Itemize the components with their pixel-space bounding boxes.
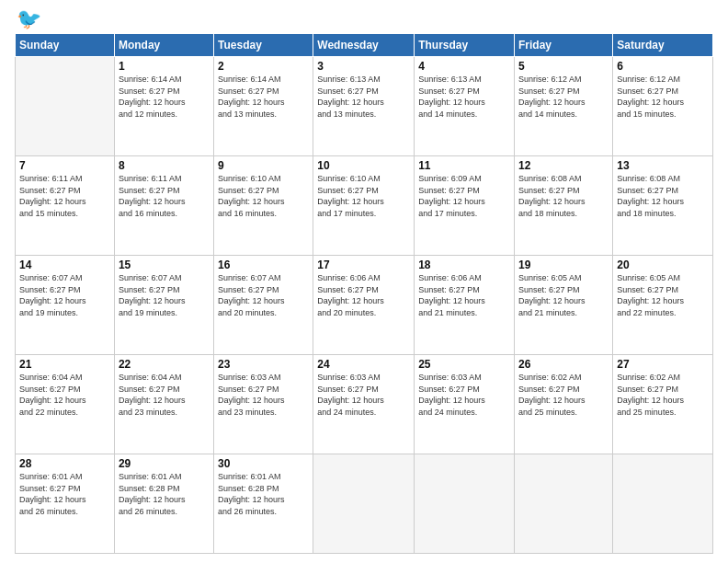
day-info: Sunrise: 6:04 AM Sunset: 6:27 PM Dayligh… xyxy=(19,372,110,418)
calendar-cell: 29Sunrise: 6:01 AM Sunset: 6:28 PM Dayli… xyxy=(114,454,213,554)
calendar-cell: 27Sunrise: 6:02 AM Sunset: 6:27 PM Dayli… xyxy=(613,355,713,454)
day-number: 7 xyxy=(19,159,110,172)
calendar-cell: 18Sunrise: 6:06 AM Sunset: 6:27 PM Dayli… xyxy=(415,256,515,355)
calendar-cell: 16Sunrise: 6:07 AM Sunset: 6:27 PM Dayli… xyxy=(214,256,313,355)
calendar-cell: 2Sunrise: 6:14 AM Sunset: 6:27 PM Daylig… xyxy=(214,57,313,156)
day-number: 25 xyxy=(418,358,510,371)
calendar-cell: 10Sunrise: 6:10 AM Sunset: 6:27 PM Dayli… xyxy=(313,156,415,256)
calendar-header-thursday: Thursday xyxy=(415,34,515,57)
calendar-cell xyxy=(613,454,713,554)
calendar-cell: 17Sunrise: 6:06 AM Sunset: 6:27 PM Dayli… xyxy=(313,256,415,355)
day-number: 13 xyxy=(617,159,709,172)
calendar-header-saturday: Saturday xyxy=(613,34,713,57)
calendar-week-2: 7Sunrise: 6:11 AM Sunset: 6:27 PM Daylig… xyxy=(16,156,713,256)
day-info: Sunrise: 6:07 AM Sunset: 6:27 PM Dayligh… xyxy=(119,272,210,318)
day-number: 2 xyxy=(218,60,309,73)
calendar-cell xyxy=(16,57,115,156)
day-info: Sunrise: 6:10 AM Sunset: 6:27 PM Dayligh… xyxy=(218,173,309,219)
calendar-cell: 12Sunrise: 6:08 AM Sunset: 6:27 PM Dayli… xyxy=(515,156,613,256)
day-number: 19 xyxy=(518,259,609,271)
day-number: 3 xyxy=(317,60,410,73)
calendar-cell: 7Sunrise: 6:11 AM Sunset: 6:27 PM Daylig… xyxy=(16,156,115,256)
calendar-cell: 8Sunrise: 6:11 AM Sunset: 6:27 PM Daylig… xyxy=(114,156,213,256)
calendar-header-wednesday: Wednesday xyxy=(313,34,415,57)
day-number: 26 xyxy=(518,358,609,371)
day-number: 24 xyxy=(317,358,410,371)
calendar-cell: 4Sunrise: 6:13 AM Sunset: 6:27 PM Daylig… xyxy=(415,57,515,156)
day-number: 16 xyxy=(218,259,309,271)
day-number: 29 xyxy=(119,457,210,470)
calendar-week-3: 14Sunrise: 6:07 AM Sunset: 6:27 PM Dayli… xyxy=(16,256,713,355)
day-info: Sunrise: 6:01 AM Sunset: 6:28 PM Dayligh… xyxy=(119,471,210,517)
day-info: Sunrise: 6:05 AM Sunset: 6:27 PM Dayligh… xyxy=(518,272,609,318)
day-info: Sunrise: 6:04 AM Sunset: 6:27 PM Dayligh… xyxy=(119,372,210,418)
calendar-cell: 9Sunrise: 6:10 AM Sunset: 6:27 PM Daylig… xyxy=(214,156,313,256)
page: 🐦 SundayMondayTuesdayWednesdayThursdayFr… xyxy=(0,0,728,563)
calendar-cell: 20Sunrise: 6:05 AM Sunset: 6:27 PM Dayli… xyxy=(613,256,713,355)
day-number: 28 xyxy=(19,457,110,470)
calendar-cell: 5Sunrise: 6:12 AM Sunset: 6:27 PM Daylig… xyxy=(515,57,613,156)
calendar-cell: 13Sunrise: 6:08 AM Sunset: 6:27 PM Dayli… xyxy=(613,156,713,256)
day-number: 20 xyxy=(617,259,709,271)
calendar-cell: 23Sunrise: 6:03 AM Sunset: 6:27 PM Dayli… xyxy=(214,355,313,454)
day-info: Sunrise: 6:10 AM Sunset: 6:27 PM Dayligh… xyxy=(317,173,410,219)
calendar-cell: 22Sunrise: 6:04 AM Sunset: 6:27 PM Dayli… xyxy=(114,355,213,454)
calendar-cell: 21Sunrise: 6:04 AM Sunset: 6:27 PM Dayli… xyxy=(16,355,115,454)
calendar-cell: 24Sunrise: 6:03 AM Sunset: 6:27 PM Dayli… xyxy=(313,355,415,454)
day-number: 5 xyxy=(518,60,609,73)
day-info: Sunrise: 6:03 AM Sunset: 6:27 PM Dayligh… xyxy=(218,372,309,418)
day-number: 1 xyxy=(119,60,210,73)
calendar-cell xyxy=(415,454,515,554)
day-number: 15 xyxy=(119,259,210,271)
day-number: 14 xyxy=(19,259,110,271)
day-number: 6 xyxy=(617,60,709,73)
calendar-cell: 26Sunrise: 6:02 AM Sunset: 6:27 PM Dayli… xyxy=(515,355,613,454)
calendar-cell: 3Sunrise: 6:13 AM Sunset: 6:27 PM Daylig… xyxy=(313,57,415,156)
day-number: 22 xyxy=(119,358,210,371)
day-info: Sunrise: 6:08 AM Sunset: 6:27 PM Dayligh… xyxy=(518,173,609,219)
day-info: Sunrise: 6:13 AM Sunset: 6:27 PM Dayligh… xyxy=(418,74,510,120)
logo-bird-icon: 🐦 xyxy=(17,7,41,31)
calendar-header-row: SundayMondayTuesdayWednesdayThursdayFrid… xyxy=(16,34,713,57)
day-number: 17 xyxy=(317,259,410,271)
day-info: Sunrise: 6:14 AM Sunset: 6:27 PM Dayligh… xyxy=(218,74,309,120)
day-info: Sunrise: 6:02 AM Sunset: 6:27 PM Dayligh… xyxy=(518,372,609,418)
day-number: 10 xyxy=(317,159,410,172)
calendar-week-5: 28Sunrise: 6:01 AM Sunset: 6:27 PM Dayli… xyxy=(16,454,713,554)
calendar-week-4: 21Sunrise: 6:04 AM Sunset: 6:27 PM Dayli… xyxy=(16,355,713,454)
day-info: Sunrise: 6:14 AM Sunset: 6:27 PM Dayligh… xyxy=(119,74,210,120)
calendar-header-sunday: Sunday xyxy=(16,34,115,57)
day-info: Sunrise: 6:11 AM Sunset: 6:27 PM Dayligh… xyxy=(119,173,210,219)
day-info: Sunrise: 6:08 AM Sunset: 6:27 PM Dayligh… xyxy=(617,173,709,219)
day-info: Sunrise: 6:03 AM Sunset: 6:27 PM Dayligh… xyxy=(418,372,510,418)
day-info: Sunrise: 6:12 AM Sunset: 6:27 PM Dayligh… xyxy=(518,74,609,120)
day-info: Sunrise: 6:05 AM Sunset: 6:27 PM Dayligh… xyxy=(617,272,709,318)
day-info: Sunrise: 6:06 AM Sunset: 6:27 PM Dayligh… xyxy=(418,272,510,318)
day-info: Sunrise: 6:13 AM Sunset: 6:27 PM Dayligh… xyxy=(317,74,410,120)
calendar-cell xyxy=(515,454,613,554)
day-number: 11 xyxy=(418,159,510,172)
day-number: 27 xyxy=(617,358,709,371)
day-info: Sunrise: 6:07 AM Sunset: 6:27 PM Dayligh… xyxy=(19,272,110,318)
calendar-header-friday: Friday xyxy=(515,34,613,57)
calendar-cell: 14Sunrise: 6:07 AM Sunset: 6:27 PM Dayli… xyxy=(16,256,115,355)
calendar-cell: 25Sunrise: 6:03 AM Sunset: 6:27 PM Dayli… xyxy=(415,355,515,454)
day-info: Sunrise: 6:01 AM Sunset: 6:27 PM Dayligh… xyxy=(19,471,110,517)
day-info: Sunrise: 6:09 AM Sunset: 6:27 PM Dayligh… xyxy=(418,173,510,219)
calendar-table: SundayMondayTuesdayWednesdayThursdayFrid… xyxy=(15,33,713,554)
calendar-cell: 6Sunrise: 6:12 AM Sunset: 6:27 PM Daylig… xyxy=(613,57,713,156)
logo: 🐦 xyxy=(15,11,41,28)
calendar-cell xyxy=(313,454,415,554)
calendar-cell: 11Sunrise: 6:09 AM Sunset: 6:27 PM Dayli… xyxy=(415,156,515,256)
calendar-cell: 30Sunrise: 6:01 AM Sunset: 6:28 PM Dayli… xyxy=(214,454,313,554)
calendar-cell: 1Sunrise: 6:14 AM Sunset: 6:27 PM Daylig… xyxy=(114,57,213,156)
calendar-cell: 19Sunrise: 6:05 AM Sunset: 6:27 PM Dayli… xyxy=(515,256,613,355)
day-info: Sunrise: 6:11 AM Sunset: 6:27 PM Dayligh… xyxy=(19,173,110,219)
calendar-header-monday: Monday xyxy=(114,34,213,57)
day-info: Sunrise: 6:12 AM Sunset: 6:27 PM Dayligh… xyxy=(617,74,709,120)
day-info: Sunrise: 6:06 AM Sunset: 6:27 PM Dayligh… xyxy=(317,272,410,318)
day-number: 12 xyxy=(518,159,609,172)
day-number: 9 xyxy=(218,159,309,172)
day-info: Sunrise: 6:02 AM Sunset: 6:27 PM Dayligh… xyxy=(617,372,709,418)
day-info: Sunrise: 6:01 AM Sunset: 6:28 PM Dayligh… xyxy=(218,471,309,517)
